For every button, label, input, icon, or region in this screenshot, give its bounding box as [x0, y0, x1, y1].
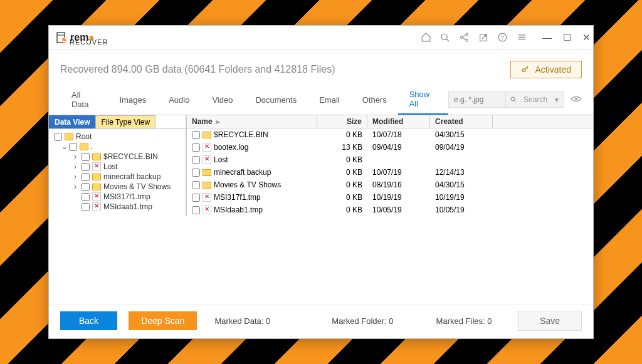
external-link-icon[interactable]	[478, 33, 488, 43]
search-magnify-icon[interactable]	[505, 92, 521, 107]
tree-item[interactable]: ›minecraft backup	[53, 172, 182, 182]
collapse-icon[interactable]: ⌄	[61, 142, 68, 151]
activated-button[interactable]: Activated	[510, 61, 582, 78]
help-icon[interactable]: ?	[497, 32, 508, 43]
folder-tree: Root ⌄. ›$RECYCLE.BIN ›Lost ›minecraft b…	[49, 129, 186, 214]
expand-icon[interactable]: ›	[74, 152, 80, 161]
svg-text:?: ?	[501, 34, 504, 41]
folder-icon	[92, 153, 101, 160]
tab-audio[interactable]: Audio	[157, 90, 201, 110]
tab-file-type-view[interactable]: File Type View	[95, 115, 155, 128]
search-box: Search ▼	[448, 91, 564, 108]
expand-icon[interactable]: ›	[74, 182, 80, 191]
expand-icon[interactable]: ›	[74, 172, 80, 181]
folder-icon	[65, 133, 73, 140]
tree-checkbox[interactable]	[82, 203, 90, 211]
marked-files: Marked Files: 0	[436, 316, 492, 326]
tab-others[interactable]: Others	[351, 90, 398, 110]
close-button[interactable]: ✕	[582, 32, 591, 43]
tree-checkbox[interactable]	[82, 173, 90, 181]
table-row[interactable]: MSI317f1.tmp0 KB10/19/1910/19/19	[187, 191, 593, 204]
row-checkbox[interactable]	[192, 131, 200, 139]
file-x-icon	[92, 192, 101, 201]
svg-point-9	[523, 69, 526, 72]
file-x-icon	[92, 162, 101, 171]
folder-icon	[203, 132, 211, 138]
tab-images[interactable]: Images	[108, 90, 158, 110]
back-button[interactable]: Back	[60, 311, 117, 330]
tree-dot[interactable]: ⌄.	[53, 142, 182, 152]
expand-icon[interactable]: ›	[74, 162, 80, 171]
tree-item[interactable]: ›Movies & TV Shows	[53, 182, 182, 192]
folder-icon	[80, 143, 88, 150]
tab-video[interactable]: Video	[201, 90, 244, 110]
app-window: rem● RECOVER ? — ☐ ✕ Recovered 894.00 GB…	[48, 25, 594, 339]
view-tabs: Data View File Type View	[49, 115, 186, 129]
row-checkbox[interactable]	[192, 194, 200, 202]
marked-folder: Marked Folder: 0	[332, 316, 393, 326]
table-row[interactable]: bootex.log13 KB09/04/1909/04/19	[187, 141, 593, 153]
row-checkbox[interactable]	[192, 169, 200, 177]
titlebar-icons: ? — ☐ ✕	[421, 32, 591, 43]
search-icon[interactable]	[440, 33, 450, 43]
tab-data-view[interactable]: Data View	[49, 115, 95, 128]
table-row[interactable]: $RECYCLE.BIN0 KB10/07/1804/30/15	[187, 128, 593, 141]
folder-icon	[92, 174, 101, 180]
tree-checkbox[interactable]	[82, 163, 90, 171]
search-input[interactable]	[449, 95, 505, 104]
tree-checkbox[interactable]	[82, 183, 90, 191]
tree-root[interactable]: Root	[53, 132, 182, 142]
header: Recovered 894.00 GB data (60641 Folders …	[49, 49, 593, 85]
file-x-icon	[203, 143, 211, 152]
tree-item[interactable]: MSI317f1.tmp	[53, 192, 182, 202]
tab-all-data[interactable]: All Data	[60, 85, 108, 114]
file-x-icon	[203, 193, 211, 202]
share-icon[interactable]	[459, 32, 470, 43]
search-dropdown-caret[interactable]: ▼	[550, 96, 564, 103]
menu-icon[interactable]	[517, 32, 527, 43]
folder-icon	[92, 184, 101, 190]
table-row[interactable]: MSIdaab1.tmp0 KB10/05/1910/05/19	[187, 204, 593, 216]
table-row[interactable]: Lost0 KB	[187, 153, 593, 166]
file-x-icon	[203, 205, 211, 214]
tab-show-all[interactable]: Show All	[398, 85, 448, 115]
folder-icon	[203, 169, 211, 176]
tree-item[interactable]: MSIdaab1.tmp	[53, 202, 182, 212]
titlebar: rem● RECOVER ? — ☐ ✕	[49, 26, 593, 49]
maximize-button[interactable]: ☐	[563, 32, 571, 43]
row-checkbox[interactable]	[192, 181, 200, 189]
sidebar: Data View File Type View Root ⌄. ›$RECYC…	[49, 115, 187, 216]
column-extra	[493, 115, 593, 128]
logo-text: RECOVER	[70, 38, 108, 46]
marked-data: Marked Data: 0	[214, 316, 270, 326]
tree-item[interactable]: ›Lost	[53, 162, 182, 172]
tree-checkbox[interactable]	[82, 153, 90, 161]
column-name[interactable]: Name▸	[187, 115, 317, 128]
deep-scan-button[interactable]: Deep Scan	[129, 311, 197, 330]
row-checkbox[interactable]	[192, 156, 200, 164]
tree-checkbox[interactable]	[69, 143, 77, 151]
eye-icon[interactable]	[571, 95, 582, 105]
tab-email[interactable]: Email	[308, 90, 351, 110]
home-icon[interactable]	[421, 32, 431, 43]
row-checkbox[interactable]	[192, 143, 200, 152]
logo-icon	[56, 32, 68, 43]
key-icon	[521, 65, 530, 74]
table-row[interactable]: Movies & TV Shows0 KB08/19/1604/30/15	[187, 179, 593, 191]
save-button[interactable]: Save	[518, 311, 582, 331]
folder-icon	[203, 182, 211, 189]
table-row[interactable]: minecraft backup0 KB10/07/1912/14/13	[187, 166, 593, 179]
column-created[interactable]: Created	[430, 115, 493, 128]
tab-documents[interactable]: Documents	[244, 90, 308, 110]
column-modified[interactable]: Modified	[367, 115, 430, 128]
recovery-summary: Recovered 894.00 GB data (60641 Folders …	[60, 64, 335, 75]
file-x-icon	[203, 155, 211, 164]
row-checkbox[interactable]	[192, 206, 200, 214]
tree-checkbox[interactable]	[54, 133, 62, 141]
column-size[interactable]: Size	[317, 115, 367, 128]
tree-item[interactable]: ›$RECYCLE.BIN	[53, 152, 182, 162]
tree-checkbox[interactable]	[82, 193, 90, 201]
minimize-button[interactable]: —	[542, 32, 552, 43]
search-label[interactable]: Search	[521, 95, 550, 104]
table-header: Name▸ Size Modified Created	[187, 115, 593, 128]
